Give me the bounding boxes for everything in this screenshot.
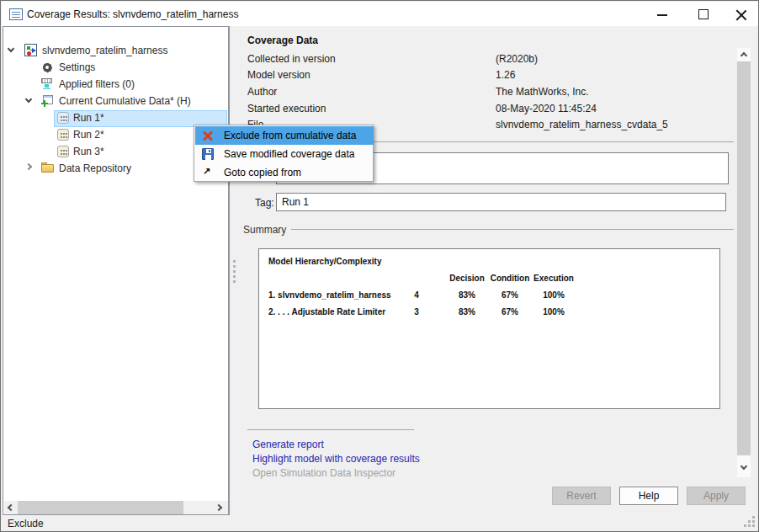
resize-grip [748,524,751,527]
resize-grip [748,520,751,523]
coverage-results-window: Coverage Results: slvnvdemo_ratelim_harn… [0,0,759,532]
summary-col-decision: Decision [449,274,485,283]
tag-input[interactable]: Run 1 [276,193,726,211]
resize-grip [752,524,755,527]
tree-item-settings[interactable]: Settings [3,59,228,76]
separator [247,429,414,430]
menu-item-exclude[interactable]: Exclude from cumulative data [195,126,374,145]
summary-row-execution: 100% [543,307,565,317]
run-data-icon [57,112,69,124]
tree-item-label: Data Repository [59,160,131,177]
highlight-model-link[interactable]: Highlight model with coverage results [252,453,420,465]
field-value: 1.26 [496,69,515,81]
scroll-right-icon[interactable] [215,504,222,511]
field-label: Model version [247,69,310,81]
chevron-collapsed-icon[interactable] [25,163,32,170]
field-value: 08-May-2020 11:45:24 [496,103,597,114]
coverage-data-heading: Coverage Data [247,35,318,46]
simulink-model-icon [24,44,37,56]
scrollbar-thumb[interactable] [18,501,183,514]
chevron-expanded-icon[interactable] [25,96,32,103]
scroll-left-icon[interactable] [8,504,14,511]
splitter-grip [233,280,236,283]
goto-arrow-icon [203,166,210,177]
tree-item-label: slvnvdemo_ratelim_harness [42,42,167,59]
run-data-icon [57,129,69,141]
separator [291,229,734,230]
summary-row-execution: 100% [543,290,565,300]
exclude-x-icon [202,130,214,141]
splitter-grip [233,270,236,273]
splitter-grip [233,265,236,268]
apply-button[interactable]: Apply [687,487,746,505]
menu-item-save[interactable]: Save modified coverage data [195,145,374,163]
folder-icon [41,162,55,173]
resize-grip [744,524,746,527]
scrollbar-thumb[interactable] [737,61,751,455]
summary-row-name: 1. slvnvdemo_ratelim_harness [268,290,391,300]
tree-item-current-cumulative[interactable]: Current Cumulative Data* (H) [3,93,228,109]
generate-report-link[interactable]: Generate report [252,439,324,450]
summary-col-execution: Execution [533,274,574,283]
summary-group-label: Summary [243,224,286,236]
field-value: slvnvdemo_ratelim_harness_cvdata_5 [496,119,668,130]
tree-item-label: Settings [59,59,95,76]
window-title: Coverage Results: slvnvdemo_ratelim_harn… [27,8,238,20]
tree-item-run1[interactable]: Run 1* [3,109,228,126]
maximize-button[interactable] [698,9,709,19]
revert-button[interactable]: Revert [552,487,611,505]
chevron-expanded-icon[interactable] [8,45,14,52]
field-value: The MathWorks, Inc. [496,86,588,98]
summary-row-complexity: 4 [414,290,419,300]
close-button[interactable] [735,9,746,20]
field-label: Collected in version [247,53,336,65]
app-icon [9,8,23,20]
summary-row-name: 2. . . . Adjustable Rate Limiter [268,307,385,317]
cumulative-data-icon [41,95,53,106]
splitter-grip [233,260,236,263]
summary-row-condition: 67% [502,290,518,300]
status-bar-text: Exclude [8,518,44,529]
tree-item-label: Current Cumulative Data* (H) [59,93,191,109]
applied-filters-icon [41,78,53,89]
context-menu: Exclude from cumulative data Save modifi… [194,125,374,182]
resize-grip [752,520,755,523]
summary-row-complexity: 3 [414,307,419,317]
title-bar: Coverage Results: slvnvdemo_ratelim_harn… [2,2,759,26]
open-sdi-link[interactable]: Open Simulation Data Inspector [252,467,395,479]
summary-row-decision: 83% [459,290,475,300]
field-value: (R2020b) [496,53,538,65]
resize-grip[interactable] [752,516,755,519]
help-button[interactable]: Help [619,487,678,505]
tree-horizontal-scrollbar[interactable] [4,501,228,514]
field-label: Started execution [247,103,326,114]
tree-item-label: Run 1* [73,109,104,126]
gear-icon [41,61,53,73]
minimize-button[interactable] [657,14,667,16]
tree-item-label: Run 2* [73,126,104,143]
menu-item-goto[interactable]: Goto copied from [195,163,374,182]
tree-item-applied-filters[interactable]: Applied filters (0) [3,76,228,93]
splitter-grip [233,275,236,278]
field-label: Author [247,86,277,98]
panel-splitter[interactable] [228,26,230,515]
tree-item-label: Applied filters (0) [59,76,135,93]
tree-item-model[interactable]: slvnvdemo_ratelim_harness [3,42,228,59]
tag-label: Tag: [255,197,274,209]
results-tree-panel: slvnvdemo_ratelim_harness Settings Appli… [3,26,229,515]
summary-col-condition: Condition [491,274,530,283]
tree-item-label: Run 3* [73,143,104,160]
run-data-icon [57,146,69,157]
summary-table-title: Model Hierarchy/Complexity [268,257,381,266]
summary-row-condition: 67% [502,307,518,317]
save-disk-icon [202,148,214,160]
summary-row-decision: 83% [459,307,475,317]
summary-report-box [258,248,720,409]
